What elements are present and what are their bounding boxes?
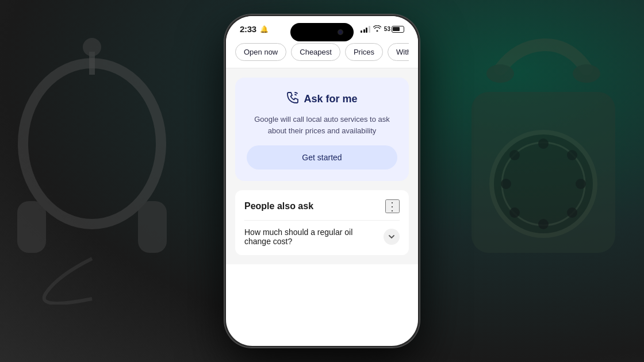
faq-item[interactable]: How much should a regular oil change cos… (244, 220, 400, 246)
svg-point-9 (567, 150, 577, 160)
ask-for-me-description: Google will call local auto services to … (247, 114, 397, 136)
section-title: People also ask (244, 201, 313, 211)
battery-fill (393, 27, 399, 31)
status-time: 2:33 (240, 24, 256, 34)
signal-bar-3 (366, 28, 367, 33)
people-also-ask-section: People also ask ⋮ How much should a regu… (235, 190, 409, 255)
svg-rect-2 (138, 201, 167, 253)
front-camera (338, 29, 343, 35)
svg-point-4 (83, 38, 101, 56)
battery-indicator: 53 (384, 26, 404, 33)
svg-point-14 (501, 179, 511, 189)
phone-device: 2:33 🔔 (224, 14, 420, 348)
battery-body (392, 26, 404, 33)
filter-chip-open-now[interactable]: Open now (235, 43, 286, 61)
chevron-down-icon[interactable] (384, 229, 400, 245)
svg-point-12 (538, 219, 549, 229)
section-header: People also ask ⋮ (244, 199, 400, 213)
get-started-button[interactable]: Get started (247, 145, 397, 170)
status-icons: 53 (361, 25, 404, 33)
decorative-rotary-phone-right (443, 23, 644, 310)
filter-chip-within-5mi[interactable]: Within 5 mi (388, 43, 409, 61)
svg-point-0 (23, 63, 161, 224)
filter-chip-prices[interactable]: Prices (345, 43, 383, 61)
filter-chip-cheapest[interactable]: Cheapest (291, 43, 340, 61)
bell-icon: 🔔 (260, 25, 269, 33)
svg-point-11 (567, 207, 577, 218)
svg-point-16 (486, 64, 514, 83)
dynamic-island (290, 23, 354, 41)
battery-percentage: 53 (384, 26, 390, 32)
signal-bar-4 (369, 26, 370, 33)
wifi-icon (373, 25, 381, 33)
more-options-button[interactable]: ⋮ (385, 199, 400, 213)
phone-frame: 2:33 🔔 (224, 14, 420, 348)
phone-call-icon (286, 91, 299, 107)
svg-rect-1 (17, 201, 46, 253)
filter-chips-row: Open now Cheapest Prices Within 5 mi Bes… (235, 43, 409, 61)
phone-screen: 2:33 🔔 (226, 16, 418, 346)
filter-chips-area: Open now Cheapest Prices Within 5 mi Bes… (226, 38, 418, 68)
faq-question: How much should a regular oil change cos… (244, 228, 384, 246)
phone-content: Ask for me Google will call local auto s… (226, 68, 418, 264)
ask-for-me-card: Ask for me Google will call local auto s… (235, 78, 409, 181)
svg-point-13 (509, 207, 520, 218)
svg-point-15 (509, 150, 520, 160)
svg-point-10 (576, 179, 586, 189)
signal-strength-icon (361, 26, 370, 33)
ask-for-me-title: Ask for me (304, 93, 357, 105)
signal-bar-2 (363, 29, 365, 33)
ask-for-me-header: Ask for me (247, 91, 397, 107)
svg-point-8 (538, 138, 549, 149)
signal-bar-1 (361, 30, 362, 33)
decorative-headphones-left (0, 29, 184, 305)
phone-scroll-content: Open now Cheapest Prices Within 5 mi Bes… (226, 38, 418, 328)
svg-point-17 (573, 64, 600, 83)
